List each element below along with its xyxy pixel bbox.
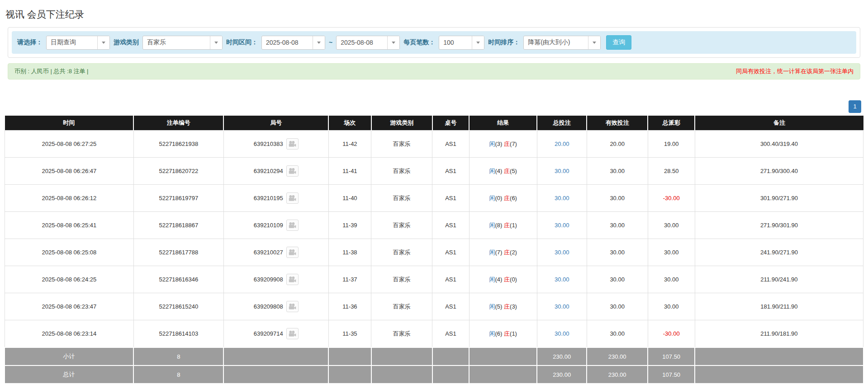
cell-time: 2025-08-08 06:26:12 <box>5 185 134 212</box>
select-mode-label: 请选择： <box>17 38 43 47</box>
total-bet-link[interactable]: 20.00 <box>555 140 569 147</box>
cell-total-bet: 20.00 <box>537 131 587 158</box>
chevron-down-icon <box>476 42 480 44</box>
video-icon-glyph <box>288 330 296 337</box>
cell-note: 271.90/301.90 <box>695 212 863 239</box>
video-replay-icon[interactable] <box>286 192 299 204</box>
column-header: 总派彩 <box>648 116 695 131</box>
cell-result: 闲(8) 庄(1) <box>469 212 537 239</box>
banker-result-count: (6) <box>510 195 517 201</box>
payout-value: 30.00 <box>664 303 679 310</box>
game-type-value: 百家乐 <box>143 36 210 49</box>
cell-game-type: 百家乐 <box>371 266 432 293</box>
date-to-dropdown-button[interactable] <box>387 36 399 49</box>
time-sort-dropdown-button[interactable] <box>588 36 600 49</box>
page-size-dropdown-button[interactable] <box>472 36 484 49</box>
player-result: 闲 <box>489 140 495 147</box>
page-size-dropdown[interactable]: 100 <box>439 36 484 50</box>
video-replay-icon[interactable] <box>286 220 299 231</box>
cell-valid-bet: 20.00 <box>587 131 648 158</box>
video-replay-icon[interactable] <box>286 301 299 312</box>
cell-bet-number: 522718621938 <box>133 131 223 158</box>
player-result-count: (4) <box>495 168 503 174</box>
table-row: 2025-08-08 06:26:47522718620722639210294… <box>5 158 863 185</box>
cell-total-bet: 30.00 <box>537 266 587 293</box>
cell-note: 211.90/241.90 <box>695 266 863 293</box>
page-size-value: 100 <box>439 36 472 49</box>
cell-round-number: 639210294 <box>223 158 328 185</box>
total-bet-link[interactable]: 30.00 <box>555 222 569 229</box>
column-header: 桌号 <box>432 116 470 131</box>
video-replay-icon[interactable] <box>286 274 299 285</box>
cell-valid-bet: 30.00 <box>587 185 648 212</box>
cell-result: 闲(7) 庄(2) <box>469 239 537 266</box>
banker-result: 庄 <box>504 276 510 283</box>
total-bet-link[interactable]: 30.00 <box>555 168 569 174</box>
summary-label: 小计 <box>5 347 134 365</box>
round-number: 639210195 <box>254 195 283 201</box>
banker-result-count: (5) <box>510 168 517 174</box>
select-mode-dropdown[interactable]: 日期查询 <box>46 36 110 50</box>
cell-game-type: 百家乐 <box>371 293 432 320</box>
summary-label: 总计 <box>5 365 134 384</box>
player-result: 闲 <box>489 249 495 256</box>
summary-count: 8 <box>133 347 223 365</box>
payout-value: 30.00 <box>664 249 679 256</box>
round-number: 639210027 <box>254 249 283 256</box>
total-bet-link[interactable]: 30.00 <box>555 276 569 283</box>
total-bet-link[interactable]: 30.00 <box>555 330 569 337</box>
video-icon-glyph <box>288 195 296 201</box>
cell-round-number: 639210027 <box>223 239 328 266</box>
select-mode-dropdown-button[interactable] <box>97 36 109 49</box>
search-button[interactable]: 查询 <box>606 35 631 50</box>
column-header: 场次 <box>328 116 371 131</box>
game-type-dropdown[interactable]: 百家乐 <box>142 36 223 50</box>
cell-game-type: 百家乐 <box>371 320 432 348</box>
time-sort-label: 时间排序： <box>488 38 520 47</box>
player-result: 闲 <box>489 222 495 229</box>
banker-result: 庄 <box>504 222 510 229</box>
column-header: 游戏类别 <box>371 116 432 131</box>
payout-value: 28.50 <box>664 168 679 174</box>
table-row: 2025-08-08 06:24:25522718616346639209908… <box>5 266 863 293</box>
page-button[interactable]: 1 <box>849 100 861 113</box>
pagination-top: 1 <box>5 100 863 113</box>
banker-result-count: (1) <box>510 222 517 229</box>
cell-session: 11-42 <box>328 131 371 158</box>
summary-total-bet: 230.00 <box>537 365 587 384</box>
cell-round-number: 639210109 <box>223 212 328 239</box>
total-bet-link[interactable]: 30.00 <box>555 249 569 256</box>
date-to-value: 2025-08-08 <box>337 36 387 49</box>
cell-game-type: 百家乐 <box>371 239 432 266</box>
game-type-dropdown-button[interactable] <box>210 36 222 49</box>
summary-valid-bet: 230.00 <box>587 365 648 384</box>
cell-bet-number: 522718617788 <box>133 239 223 266</box>
chevron-down-icon <box>392 42 395 44</box>
banker-result: 庄 <box>504 303 510 310</box>
date-from-picker[interactable]: 2025-08-08 <box>261 36 325 50</box>
time-sort-dropdown[interactable]: 降冪(由大到小) <box>523 36 601 50</box>
player-result: 闲 <box>489 168 495 174</box>
cell-note: 181.90/211.90 <box>695 293 863 320</box>
cell-total-bet: 30.00 <box>537 212 587 239</box>
date-to-picker[interactable]: 2025-08-08 <box>336 36 400 50</box>
cell-session: 11-40 <box>328 185 371 212</box>
cell-time: 2025-08-08 06:27:25 <box>5 131 134 158</box>
cell-total-bet: 30.00 <box>537 185 587 212</box>
date-from-dropdown-button[interactable] <box>313 36 325 49</box>
cell-time: 2025-08-08 06:26:47 <box>5 158 134 185</box>
video-replay-icon[interactable] <box>286 247 299 258</box>
video-icon-glyph <box>288 168 296 174</box>
video-replay-icon[interactable] <box>286 138 299 150</box>
total-bet-link[interactable]: 30.00 <box>555 303 569 310</box>
summary-payout: 107.50 <box>648 365 695 384</box>
date-from-value: 2025-08-08 <box>262 36 313 49</box>
column-header: 总投注 <box>537 116 587 131</box>
video-replay-icon[interactable] <box>286 328 299 339</box>
total-bet-link[interactable]: 30.00 <box>555 195 569 201</box>
filter-panel: 请选择： 日期查询 游戏类别 百家乐 时间区间： 2025-08-08 ~ 20… <box>8 27 860 58</box>
video-replay-icon[interactable] <box>286 165 299 177</box>
table-row: 2025-08-08 06:25:08522718617788639210027… <box>5 239 863 266</box>
cell-session: 11-38 <box>328 239 371 266</box>
round-number: 639210383 <box>254 140 283 147</box>
